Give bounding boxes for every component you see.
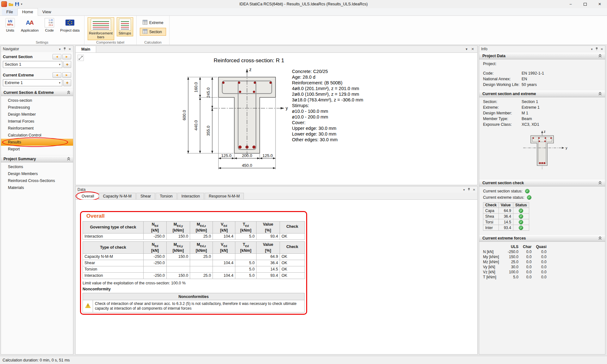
cell: Torsi: [483, 219, 499, 225]
tab-main[interactable]: Main: [76, 46, 96, 52]
current-section-label: Current Section: [3, 55, 33, 59]
application-button[interactable]: AA Application: [20, 17, 40, 33]
info-menu-icon[interactable]: ▾: [591, 47, 593, 51]
cell: 93.4: [499, 225, 513, 231]
dim-right-overhang: 125.0: [263, 153, 273, 158]
cell: -250.0: [144, 253, 167, 260]
tab-interaction[interactable]: Interaction: [177, 193, 204, 199]
tab-overall[interactable]: Overall: [77, 193, 98, 199]
app-icon[interactable]: [1, 1, 7, 7]
section-button[interactable]: Section: [140, 28, 166, 36]
cell: Torsion: [83, 266, 144, 272]
reinforcement-bars-toggle[interactable]: Reinforcement bars: [88, 17, 114, 40]
sidebar-item-report[interactable]: Report: [1, 146, 73, 153]
tabbar-menu-icon[interactable]: ▾: [466, 47, 468, 51]
info-close-icon[interactable]: ✕: [601, 47, 603, 51]
units-button[interactable]: kNMPa Units: [3, 17, 17, 33]
tab-torsion[interactable]: Torsion: [156, 193, 177, 199]
group-project-summary[interactable]: Project Summary: [1, 155, 73, 162]
stirrups-preview-icon: [119, 19, 131, 31]
group-project-data[interactable]: Project Data: [479, 52, 605, 59]
extreme-button[interactable]: Extreme: [140, 19, 166, 27]
code-button[interactable]: 1.450.9025.8 Code: [42, 17, 56, 33]
tab-home[interactable]: Home: [17, 8, 38, 16]
group-current-extreme-forces[interactable]: Current extreme forces: [479, 234, 605, 242]
stirrups-toggle[interactable]: Stirrups: [117, 17, 133, 36]
sidebar-item-materials[interactable]: Materials: [1, 184, 73, 191]
cell: 150.0: [167, 233, 190, 240]
close-button[interactable]: ✕: [592, 0, 607, 8]
minimize-button[interactable]: –: [563, 0, 578, 8]
cell: N [kN]: [483, 249, 503, 254]
column-header: Nonconformities: [83, 293, 305, 300]
tab-shear[interactable]: Shear: [136, 193, 155, 199]
cell: ✓: [513, 225, 529, 231]
sidebar-item-design-member[interactable]: Design Member: [1, 111, 73, 118]
cell: 0.0: [518, 264, 531, 270]
add-extreme-button[interactable]: +: [63, 79, 71, 86]
sidebar-item-sections[interactable]: Sections: [1, 163, 73, 170]
sidebar-item-reinforcement[interactable]: Reinforcement: [1, 125, 73, 132]
cell: OK: [280, 253, 305, 260]
svg-text:Other edges: 30.0 mm: Other edges: 30.0 mm: [292, 137, 338, 142]
extreme-select[interactable]: Extreme 1 ▾: [3, 79, 62, 86]
ribbon: kNMPa Units AA Application 1.450.9025.8 …: [0, 16, 607, 45]
sidebar-item-cross-section[interactable]: Cross-section: [1, 97, 73, 104]
info-pin-icon[interactable]: [595, 47, 598, 51]
column-header: Type of check: [83, 242, 144, 254]
tabbar-close-icon[interactable]: ✕: [471, 47, 474, 51]
group-current-section-and-extreme[interactable]: Current section and extreme: [479, 90, 605, 97]
chevron-down-icon: ▾: [59, 63, 60, 66]
navigator-pin-icon[interactable]: [63, 47, 66, 51]
prev-section-button[interactable]: ◀: [53, 54, 61, 59]
column-header: Value[%]: [257, 221, 280, 234]
add-section-button[interactable]: +: [63, 61, 71, 68]
dim-web-width: 200.0: [242, 153, 252, 158]
tab-response-n-m-m[interactable]: Response N-M-M: [205, 193, 244, 199]
sidebar-item-reinforced-cross-sections[interactable]: Reinforced Cross-Sections: [1, 177, 73, 184]
quick-access-caret-icon[interactable]: ▾: [21, 3, 22, 6]
save-icon[interactable]: [15, 2, 19, 6]
status-ok-icon: ✓: [519, 220, 523, 224]
dim-axis-to-bottom: 355.0: [206, 126, 211, 136]
drawing-canvas[interactable]: Reinforced cross-section: R 1 z y: [75, 52, 478, 185]
navigator-close-icon[interactable]: ✕: [69, 47, 71, 51]
table-row: T [kNm] 5.0 0.0 0.0: [483, 275, 547, 280]
navigator-menu-icon[interactable]: ▾: [59, 47, 61, 51]
window-title: IDEA StatiCa RCS(64bit) - Results_ULS.Id…: [0, 0, 607, 8]
maximize-button[interactable]: [578, 0, 592, 8]
sidebar-item-internal-forces[interactable]: Internal Forces: [1, 118, 73, 125]
column-header: Governing type of check: [83, 221, 144, 234]
sidebar-item-calculation-control[interactable]: Calculation Control: [1, 132, 73, 139]
sidebar-item-results[interactable]: Results: [1, 139, 73, 146]
project-data-button[interactable]: Project data: [59, 17, 81, 33]
collapse-icon: [598, 92, 602, 95]
sidebar-item-design-members[interactable]: Design Members: [1, 170, 73, 177]
grid-icon: [143, 29, 147, 35]
cell: Shea: [483, 214, 499, 219]
group-current-section-check[interactable]: Current section check: [479, 179, 605, 186]
data-close-icon[interactable]: ✕: [473, 188, 475, 191]
svg-text:Lower edge: 30.0 mm: Lower edge: 30.0 mm: [292, 131, 336, 136]
data-pin-icon[interactable]: [467, 188, 471, 192]
open-icon[interactable]: [9, 2, 13, 6]
cell: 64.9: [499, 208, 513, 214]
tab-view[interactable]: View: [38, 9, 56, 15]
next-section-button[interactable]: ▶: [62, 54, 71, 59]
units-icon: kNMPa: [5, 18, 15, 27]
info-panel: Info ▾ ✕ Project Data Project: Code:EN 1…: [479, 46, 605, 355]
sidebar-item-prestressing[interactable]: Prestressing: [1, 104, 73, 111]
cell: 0.0: [531, 275, 546, 280]
tab-capacity-n-m-m[interactable]: Capacity N-M-M: [99, 193, 136, 199]
tab-file[interactable]: File: [2, 9, 17, 15]
table-header-row: ULS Char Quasi: [483, 244, 547, 249]
zoom-fit-button[interactable]: [77, 55, 84, 61]
group-current-section-extreme[interactable]: Current Section & Extreme: [1, 89, 73, 96]
cell: 0.0: [531, 259, 546, 264]
cell: ✓: [513, 219, 529, 225]
collapse-icon: [67, 157, 71, 161]
data-menu-icon[interactable]: ▾: [463, 188, 465, 191]
next-extreme-button[interactable]: ▶: [62, 72, 71, 78]
section-select[interactable]: Section 1 ▾: [3, 61, 62, 68]
prev-extreme-button[interactable]: ◀: [53, 72, 61, 78]
